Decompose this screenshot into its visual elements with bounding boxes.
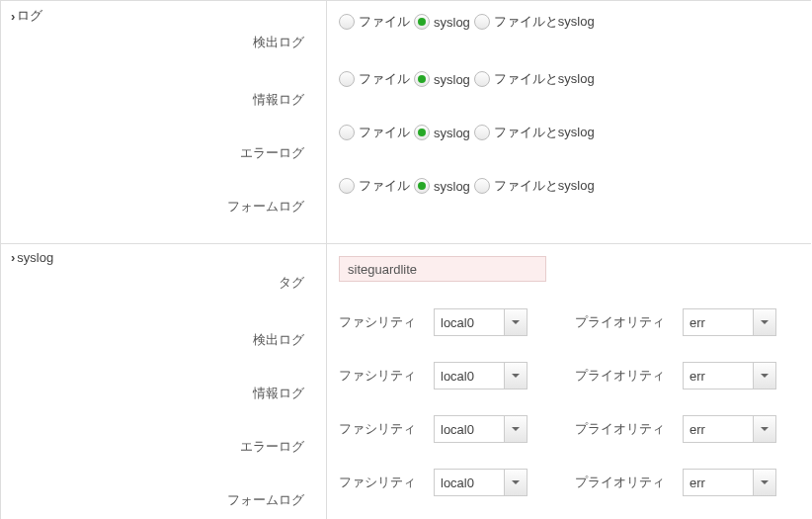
radio-label: syslog xyxy=(434,126,470,140)
radio-info-syslog[interactable]: syslog xyxy=(414,71,470,87)
radio-circle-icon xyxy=(474,178,490,194)
section-syslog: › syslog タグ 検出ログ 情報ログ エラーログ フォームログ siteg… xyxy=(1,244,811,519)
label-form-log2: フォームログ xyxy=(11,491,316,509)
chevron-down-icon xyxy=(753,416,775,442)
chevron-down-icon xyxy=(504,363,527,389)
radio-group-error: ファイルsyslogファイルとsyslog xyxy=(339,124,595,141)
radio-circle-icon xyxy=(339,178,355,194)
chevron-down-icon xyxy=(753,470,775,495)
radio-circle-icon xyxy=(339,125,355,140)
chevron-down-icon xyxy=(504,470,527,495)
radio-info-file[interactable]: ファイル xyxy=(339,70,410,88)
radio-detect-syslog[interactable]: syslog xyxy=(414,14,470,30)
syslog-row-info: ファシリティlocal0プライオリティerr xyxy=(339,349,801,402)
label-info-log: 情報ログ xyxy=(11,91,316,109)
chevron-down-icon xyxy=(504,416,527,442)
priority-value: err xyxy=(684,309,753,335)
radio-label: syslog xyxy=(434,72,470,87)
priority-label: プライオリティ xyxy=(575,313,665,331)
radio-info-file_syslog[interactable]: ファイルとsyslog xyxy=(474,70,595,88)
radio-error-file_syslog[interactable]: ファイルとsyslog xyxy=(474,124,595,141)
priority-value: err xyxy=(684,416,753,442)
priority-label: プライオリティ xyxy=(575,367,665,385)
priority-select-error[interactable]: err xyxy=(683,415,776,443)
priority-value: err xyxy=(684,470,753,495)
radio-group-detect: ファイルsyslogファイルとsyslog xyxy=(339,13,595,31)
radio-detect-file_syslog[interactable]: ファイルとsyslog xyxy=(474,13,595,31)
label-detect-log: 検出ログ xyxy=(11,34,316,51)
radio-label: ファイルとsyslog xyxy=(494,124,595,141)
radio-label: ファイルとsyslog xyxy=(494,177,595,195)
facility-label: ファシリティ xyxy=(339,420,416,438)
facility-value: local0 xyxy=(435,309,504,335)
facility-value: local0 xyxy=(435,470,504,495)
facility-value: local0 xyxy=(435,363,504,389)
label-tag: タグ xyxy=(11,274,316,292)
radio-group-form: ファイルsyslogファイルとsyslog xyxy=(339,177,595,195)
caret-icon: › xyxy=(11,250,15,265)
priority-select-detect[interactable]: err xyxy=(683,308,776,336)
radio-form-file_syslog[interactable]: ファイルとsyslog xyxy=(474,177,595,195)
label-error-log: エラーログ xyxy=(11,144,316,162)
radio-circle-icon xyxy=(414,178,430,194)
radio-circle-icon xyxy=(474,125,490,140)
radio-label: ファイル xyxy=(359,177,410,195)
syslog-row-error: ファシリティlocal0プライオリティerr xyxy=(339,402,801,456)
priority-label: プライオリティ xyxy=(575,420,665,438)
facility-value: local0 xyxy=(435,416,504,442)
facility-select-error[interactable]: local0 xyxy=(434,415,528,443)
tag-input-value: siteguardlite xyxy=(348,262,417,277)
priority-select-info[interactable]: err xyxy=(683,362,776,389)
log-section-title[interactable]: › ログ xyxy=(11,7,316,25)
caret-icon: › xyxy=(11,9,15,24)
radio-error-syslog[interactable]: syslog xyxy=(414,125,470,140)
radio-detect-file[interactable]: ファイル xyxy=(339,13,410,31)
syslog-row-form: ファシリティlocal0プライオリティerr xyxy=(339,456,801,509)
label-error-log2: エラーログ xyxy=(11,438,316,456)
facility-label: ファシリティ xyxy=(339,367,416,385)
radio-form-file[interactable]: ファイル xyxy=(339,177,410,195)
radio-label: syslog xyxy=(434,179,470,194)
chevron-down-icon xyxy=(753,309,775,335)
syslog-section-title[interactable]: › syslog xyxy=(11,250,316,265)
label-info-log2: 情報ログ xyxy=(11,385,316,402)
facility-select-info[interactable]: local0 xyxy=(434,362,528,389)
label-form-log: フォームログ xyxy=(11,198,316,216)
log-section-title-text: ログ xyxy=(17,7,42,25)
chevron-down-icon xyxy=(753,363,775,389)
syslog-row-detect: ファシリティlocal0プライオリティerr xyxy=(339,296,801,349)
radio-label: ファイル xyxy=(359,70,410,88)
syslog-section-title-text: syslog xyxy=(17,250,53,265)
radio-label: ファイル xyxy=(359,124,410,141)
priority-value: err xyxy=(684,363,753,389)
radio-circle-icon xyxy=(414,71,430,87)
priority-label: プライオリティ xyxy=(575,474,665,491)
radio-circle-icon xyxy=(339,14,355,30)
radio-circle-icon xyxy=(474,14,490,30)
radio-circle-icon xyxy=(474,71,490,87)
radio-circle-icon xyxy=(414,125,430,140)
radio-label: ファイルとsyslog xyxy=(494,13,595,31)
priority-select-form[interactable]: err xyxy=(683,469,776,496)
radio-circle-icon xyxy=(339,71,355,87)
radio-circle-icon xyxy=(414,14,430,30)
facility-label: ファシリティ xyxy=(339,474,416,491)
section-log: › ログ 検出ログ 情報ログ エラーログ フォームログ ファイルsyslogファ… xyxy=(1,1,811,244)
chevron-down-icon xyxy=(504,309,527,335)
label-detect-log2: 検出ログ xyxy=(11,331,316,349)
facility-label: ファシリティ xyxy=(339,313,416,331)
radio-error-file[interactable]: ファイル xyxy=(339,124,410,141)
radio-label: syslog xyxy=(434,15,470,30)
radio-label: ファイルとsyslog xyxy=(494,70,595,88)
radio-label: ファイル xyxy=(359,13,410,31)
radio-group-info: ファイルsyslogファイルとsyslog xyxy=(339,70,595,88)
facility-select-detect[interactable]: local0 xyxy=(434,308,528,336)
tag-input[interactable]: siteguardlite xyxy=(339,256,546,282)
facility-select-form[interactable]: local0 xyxy=(434,469,528,496)
radio-form-syslog[interactable]: syslog xyxy=(414,178,470,194)
